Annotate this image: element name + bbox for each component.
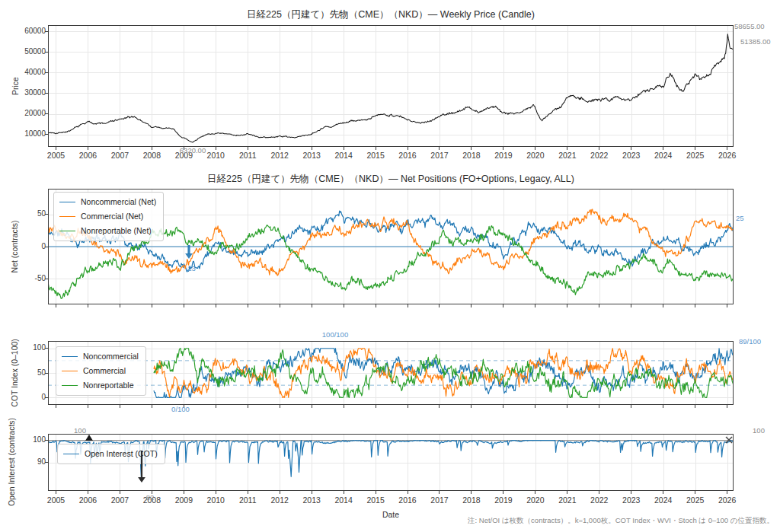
x-tick-mark xyxy=(152,405,152,408)
y-tick-label: 0 xyxy=(5,393,46,401)
y-tick-label: 20000 xyxy=(5,109,46,117)
x-tick-mark xyxy=(567,304,567,307)
x-tick-mark xyxy=(248,491,248,494)
annotation-cot: 89/100 xyxy=(739,337,761,346)
x-tick-mark xyxy=(280,491,280,494)
x-tick-mark xyxy=(535,405,535,408)
x-tick-mark xyxy=(503,147,503,150)
x-tick-mark xyxy=(567,405,567,408)
x-tick-mark xyxy=(216,491,216,494)
x-tick-label: 2009 xyxy=(175,495,193,505)
x-tick-mark xyxy=(344,405,344,408)
x-tick-label: 2013 xyxy=(302,495,320,505)
y-tick-label: 100 xyxy=(5,435,46,444)
x-tick-mark xyxy=(439,405,440,408)
x-tick-mark xyxy=(280,304,280,307)
x-tick-label: 2005 xyxy=(47,495,65,505)
x-tick-label: 2011 xyxy=(239,151,257,160)
legend-item: Commercial xyxy=(62,364,139,378)
x-tick-label: 2020 xyxy=(526,151,544,160)
x-tick-mark xyxy=(567,147,567,150)
x-tick-mark xyxy=(312,304,312,307)
x-tick-mark xyxy=(344,304,344,307)
legend-item: Noncommercial (Net) xyxy=(59,195,156,209)
x-tick-mark xyxy=(567,491,567,494)
x-tick-mark xyxy=(663,147,663,150)
x-tick-mark xyxy=(727,304,727,307)
x-tick-mark xyxy=(56,147,56,150)
x-tick-mark xyxy=(216,147,216,150)
x-tick-mark xyxy=(376,405,376,408)
x-tick-label: 2024 xyxy=(654,151,672,160)
y-tick-label: 100 xyxy=(5,343,46,352)
x-tick-label: 2020 xyxy=(526,495,544,505)
x-tick-label: 2023 xyxy=(622,495,640,505)
annotation-price: 58655.00 xyxy=(734,22,765,30)
x-tick-mark xyxy=(471,405,472,408)
x-tick-mark xyxy=(663,405,663,408)
x-tick-mark xyxy=(695,491,695,494)
x-tick-mark xyxy=(376,304,376,307)
x-tick-mark xyxy=(88,491,88,494)
annotation-cot: 0/100 xyxy=(171,405,190,413)
x-tick-mark xyxy=(727,491,727,494)
x-tick-mark xyxy=(439,147,440,150)
series-price xyxy=(48,34,734,142)
x-tick-label: 2014 xyxy=(334,495,352,505)
legend-item: Nonreportable xyxy=(62,378,139,393)
y-tick-label: 50000 xyxy=(5,47,46,56)
oi-legend: Open Interest (COT) xyxy=(57,444,165,464)
x-tick-label: 2012 xyxy=(271,151,289,160)
cot-report-figure: 日経225（円建て）先物（CME）（NKD）— Weekly Price (Ca… xyxy=(0,0,780,532)
x-tick-label: 2016 xyxy=(398,495,416,505)
y-tick-label: 0 xyxy=(5,242,46,250)
y-tick-label: 50 xyxy=(5,368,46,377)
x-tick-mark xyxy=(599,147,599,150)
x-tick-label: 2025 xyxy=(686,495,704,505)
x-tick-label: 2024 xyxy=(654,495,672,505)
panel-border xyxy=(49,26,734,147)
y-tick-label: -50 xyxy=(5,274,46,282)
x-tick-mark xyxy=(471,304,472,307)
x-tick-mark xyxy=(503,405,503,408)
x-tick-label: 2025 xyxy=(686,151,704,160)
gridlines xyxy=(48,25,734,147)
x-tick-mark xyxy=(631,405,631,408)
x-axis-label: Date xyxy=(382,510,399,519)
y-tick-label: 30000 xyxy=(5,88,46,97)
x-tick-mark xyxy=(631,147,631,150)
x-tick-label: 2017 xyxy=(430,151,448,160)
x-tick-mark xyxy=(535,304,535,307)
x-tick-mark xyxy=(599,491,599,494)
x-tick-mark xyxy=(344,147,344,150)
x-tick-label: 2017 xyxy=(430,495,448,505)
x-tick-label: 2015 xyxy=(366,495,384,505)
x-tick-mark xyxy=(120,304,120,307)
x-tick-label: 2007 xyxy=(111,495,129,505)
x-tick-label: 2013 xyxy=(302,151,320,160)
legend-label: Commercial xyxy=(83,364,126,378)
x-tick-label: 2006 xyxy=(79,151,97,160)
annotation-price: 6320.00 xyxy=(180,146,206,155)
x-tick-mark xyxy=(120,491,120,494)
x-tick-mark xyxy=(88,304,88,307)
legend-label: Commercial (Net) xyxy=(81,209,143,224)
x-tick-mark xyxy=(439,491,440,494)
x-tick-mark xyxy=(408,147,408,150)
x-tick-label: 2022 xyxy=(590,151,608,160)
y-tick-label: 90 xyxy=(5,457,46,466)
x-tick-mark xyxy=(88,405,88,408)
x-tick-label: 2022 xyxy=(590,495,608,505)
x-tick-mark xyxy=(56,304,56,307)
x-tick-label: 2023 xyxy=(622,151,640,160)
y-tick-label: 60000 xyxy=(5,27,46,35)
x-tick-mark xyxy=(535,491,535,494)
y-tick-label: 40000 xyxy=(5,68,46,76)
series-nonreportable xyxy=(154,349,734,398)
x-tick-mark xyxy=(248,147,248,150)
x-tick-mark xyxy=(56,405,56,408)
legend-item: Open Interest (COT) xyxy=(63,447,158,461)
x-tick-label: 2006 xyxy=(79,495,97,505)
price-chart-title: 日経225（円建て）先物（CME）（NKD）— Weekly Price (Ca… xyxy=(247,8,535,21)
x-tick-label: 2019 xyxy=(494,495,512,505)
